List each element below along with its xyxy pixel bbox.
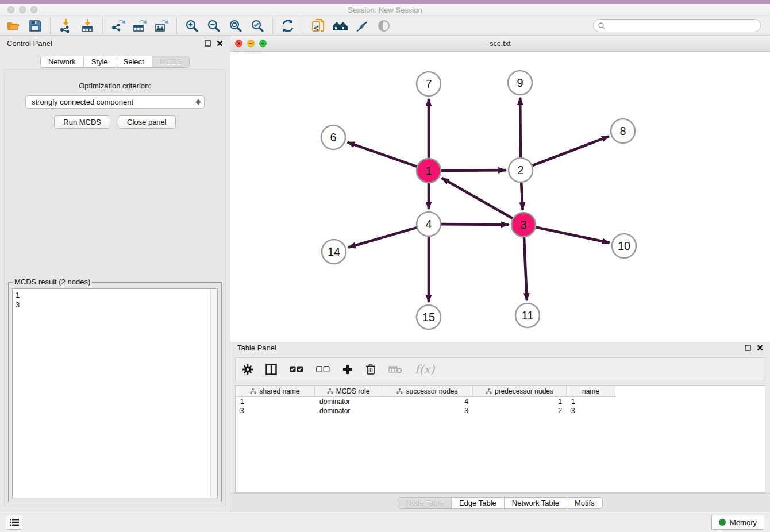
edge-1-6[interactable]: [348, 142, 418, 167]
cell-predecessor-nodes[interactable]: 2: [473, 406, 567, 415]
node-table: shared nameMCDS rolesuccessor nodesprede…: [235, 385, 765, 493]
column-header-predecessor-nodes[interactable]: predecessor nodes: [473, 386, 567, 397]
tab-network-table[interactable]: Network Table: [505, 498, 567, 508]
toolbar-separator: [272, 18, 273, 34]
import-network-icon[interactable]: [56, 17, 75, 34]
delete-column-icon[interactable]: [365, 364, 376, 375]
mcds-result-text[interactable]: 1 3: [13, 289, 210, 498]
network-view-frame: × − + scc.txt 7968124314101511: [230, 36, 770, 340]
tab-node-table[interactable]: Node Table: [398, 498, 452, 508]
table-panel-header: Table Panel: [230, 340, 770, 355]
cell-successor-nodes[interactable]: 4: [382, 397, 473, 406]
birdseye-view-icon[interactable]: [375, 17, 393, 34]
close-panel-icon[interactable]: [217, 40, 223, 47]
close-panel-icon[interactable]: [757, 345, 763, 351]
edge-2-3[interactable]: [521, 182, 523, 210]
network-canvas[interactable]: 7968124314101511: [230, 52, 770, 342]
edge-2-8[interactable]: [532, 136, 609, 165]
import-table-icon[interactable]: [78, 17, 97, 34]
toolbar-separator: [303, 18, 303, 34]
zoom-out-icon[interactable]: [205, 17, 223, 34]
float-panel-icon[interactable]: [205, 40, 211, 47]
table-row[interactable]: 1dominator411: [236, 397, 765, 406]
search-field[interactable]: [593, 19, 761, 32]
node-label-9: 9: [517, 76, 523, 89]
mcds-tab-content: Optimization criterion: strongly connect…: [4, 69, 226, 506]
mcds-result-title: MCDS result (2 nodes): [13, 277, 92, 286]
column-header-shared-name[interactable]: shared name: [236, 386, 315, 397]
zoom-selected-icon[interactable]: [248, 17, 267, 34]
toolbar-separator: [176, 18, 177, 34]
float-panel-icon[interactable]: [745, 345, 751, 351]
cell-name[interactable]: 3: [567, 406, 615, 415]
cell-MCDS-role[interactable]: dominator: [315, 397, 382, 406]
cell-name[interactable]: 1: [567, 397, 615, 406]
criterion-dropdown[interactable]: strongly connected component: [25, 95, 205, 109]
deselect-all-icon[interactable]: [316, 366, 330, 373]
apply-layout-icon[interactable]: [279, 17, 297, 34]
node-label-4: 4: [425, 218, 432, 230]
gear-icon[interactable]: [242, 364, 253, 375]
new-network-from-selection-icon[interactable]: [309, 17, 328, 34]
column-header-MCDS-role[interactable]: MCDS role: [315, 386, 382, 397]
open-file-icon[interactable]: [4, 17, 22, 34]
function-builder-icon: f(x): [415, 363, 434, 376]
tab-network[interactable]: Network: [41, 56, 84, 67]
zoom-in-icon[interactable]: [183, 17, 201, 34]
cell-predecessor-nodes[interactable]: 1: [473, 397, 567, 406]
node-label-11: 11: [522, 309, 534, 322]
edge-3-10[interactable]: [536, 227, 610, 242]
table-panel: Table Panel: [230, 340, 770, 512]
export-network-icon[interactable]: [109, 17, 127, 34]
main-toolbar: [0, 16, 770, 36]
select-all-icon[interactable]: [290, 366, 303, 373]
zoom-fit-icon[interactable]: [226, 17, 245, 34]
cell-successor-nodes[interactable]: 3: [382, 406, 473, 415]
network-frame-title: scc.txt: [230, 39, 770, 48]
close-panel-button[interactable]: Close panel: [118, 115, 176, 129]
graphics-details-icon[interactable]: [353, 17, 371, 34]
tab-edge-table[interactable]: Edge Table: [452, 498, 505, 508]
mcds-result-group: MCDS result (2 nodes) 1 3: [8, 282, 222, 502]
cell-shared-name[interactable]: 1: [236, 397, 315, 406]
toolbar-separator: [50, 18, 51, 34]
result-scrollbar[interactable]: [210, 289, 217, 498]
tab-style[interactable]: Style: [84, 56, 116, 67]
edge-3-11[interactable]: [524, 237, 527, 300]
edge-3-1[interactable]: [442, 178, 513, 219]
window-title: Session: New Session: [0, 6, 770, 14]
tab-mcds[interactable]: MCDS: [152, 56, 189, 67]
search-input[interactable]: [606, 22, 756, 30]
cell-shared-name[interactable]: 3: [236, 406, 315, 415]
network-graph[interactable]: 7968124314101511: [230, 52, 769, 340]
tab-motifs[interactable]: Motifs: [567, 498, 602, 508]
run-mcds-button[interactable]: Run MCDS: [54, 115, 110, 129]
node-label-6: 6: [330, 131, 336, 144]
node-label-14: 14: [328, 245, 340, 258]
edge-4-14[interactable]: [348, 228, 417, 248]
task-history-button[interactable]: [6, 515, 22, 530]
column-header-successor-nodes[interactable]: successor nodes: [382, 386, 473, 397]
attribute-tree-icon: [486, 388, 492, 395]
edge-4-3[interactable]: [441, 224, 509, 225]
cell-MCDS-role[interactable]: dominator: [315, 406, 382, 415]
list-icon: [10, 518, 19, 526]
save-session-icon[interactable]: [26, 17, 44, 34]
edge-1-2[interactable]: [441, 170, 506, 171]
column-split-icon[interactable]: [265, 364, 277, 375]
column-header-name[interactable]: name: [567, 386, 615, 397]
add-column-icon[interactable]: [342, 364, 353, 375]
dropdown-stepper-icon: [196, 99, 201, 105]
control-panel-title: Control Panel: [7, 39, 52, 48]
first-neighbors-icon[interactable]: [331, 17, 349, 34]
edge-2-9[interactable]: [520, 98, 521, 158]
memory-button[interactable]: Memory: [711, 515, 764, 530]
export-table-icon[interactable]: [130, 17, 149, 34]
node-label-10: 10: [618, 240, 630, 252]
tab-select[interactable]: Select: [116, 56, 152, 67]
export-image-icon[interactable]: [152, 17, 171, 34]
attribute-tree-icon: [327, 388, 333, 395]
search-icon: [598, 22, 606, 30]
table-row[interactable]: 3dominator323: [236, 406, 765, 415]
table-toolbar: f(x): [235, 357, 765, 381]
